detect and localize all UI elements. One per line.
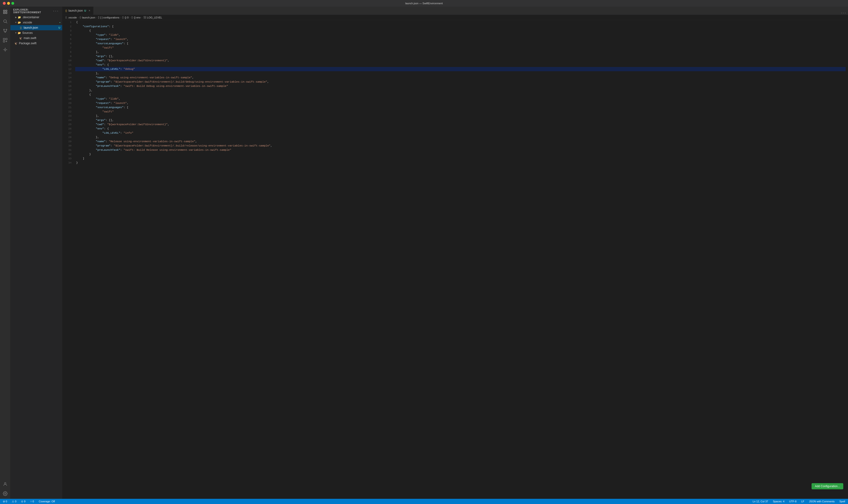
maximize-button[interactable] xyxy=(11,2,14,5)
svg-point-14 xyxy=(4,49,6,51)
code-line: "type": "lldb", xyxy=(75,33,846,37)
sidebar-item-label: launch.json xyxy=(24,26,58,29)
breadcrumb-vscode-icon: () xyxy=(65,16,67,19)
line-number: 19 xyxy=(62,97,74,101)
breadcrumb-env-icon: {} xyxy=(131,16,133,19)
activity-debug[interactable] xyxy=(1,46,10,54)
code-line: "LOG_LEVEL": "debug" xyxy=(75,67,846,71)
minimize-button[interactable] xyxy=(7,2,10,5)
status-position[interactable]: Ln 12, Col 37 xyxy=(752,500,769,503)
activity-account[interactable] xyxy=(1,480,10,488)
code-line: { xyxy=(75,29,846,33)
activity-search[interactable] xyxy=(1,17,10,25)
add-configuration-button[interactable]: Add Configuration... xyxy=(812,483,843,489)
line-number: 7 xyxy=(62,46,74,50)
line-number: 31 xyxy=(62,148,74,152)
activity-extensions[interactable] xyxy=(1,36,10,44)
status-errors[interactable]: ⊘ 0 xyxy=(2,500,8,503)
line-number: 4 xyxy=(62,33,74,37)
code-line: "program": "${workspaceFolder:SwiftEnvir… xyxy=(75,80,846,84)
window-controls[interactable] xyxy=(3,2,14,5)
status-language[interactable]: JSON with Comments xyxy=(808,500,835,503)
line-number: 14 xyxy=(62,75,74,80)
chevron-down-icon: ▼ xyxy=(14,31,18,35)
code-line: "env": { xyxy=(75,63,846,67)
svg-point-6 xyxy=(3,29,4,30)
breadcrumb-0-icon: {} xyxy=(122,16,124,19)
code-line: "env": { xyxy=(75,127,846,131)
status-encoding[interactable]: UTF-8 xyxy=(788,500,797,503)
code-line: "args": [], xyxy=(75,54,846,58)
sidebar-item-package-swift[interactable]: 🦅 Package.swift xyxy=(11,41,62,46)
code-content[interactable]: { "configurations": [ { "type": "lldb", … xyxy=(74,20,846,499)
breadcrumb-loglevel[interactable]: LOG_LEVEL xyxy=(147,16,162,19)
svg-point-4 xyxy=(3,20,6,22)
sidebar-title: EXPLORER: SWIFTENVIRONMENT xyxy=(13,8,52,14)
breadcrumb-env[interactable]: {} env xyxy=(134,16,141,19)
code-line: ], xyxy=(75,50,846,54)
line-number: 24 xyxy=(62,118,74,122)
sidebar-item-launch-json[interactable]: {} launch.json U xyxy=(11,25,62,30)
activity-settings[interactable] xyxy=(1,489,10,498)
file-tree: ▶ 📁 .devcontainer ▼ 📂 .vscode • {} launc… xyxy=(11,15,62,499)
json-file-icon: {} xyxy=(19,26,23,30)
editor-scrollbar[interactable] xyxy=(846,20,848,499)
sidebar-item-devcontainer[interactable]: ▶ 📁 .devcontainer xyxy=(11,15,62,20)
sidebar-actions[interactable]: ··· xyxy=(52,9,59,13)
sidebar-item-label: Package.swift xyxy=(19,42,62,45)
line-numbers: 1234567891011121314151617181920212223242… xyxy=(62,20,74,499)
line-number: 29 xyxy=(62,139,74,144)
svg-rect-11 xyxy=(3,38,5,40)
line-number: 28 xyxy=(62,135,74,139)
code-line: "request": "launch", xyxy=(75,37,846,41)
line-number: 26 xyxy=(62,127,74,131)
status-coverage[interactable]: Coverage: Off xyxy=(38,500,56,503)
sidebar-item-label: .vscode xyxy=(22,21,59,24)
code-line: } xyxy=(75,161,846,165)
tab-bar: {} launch.json U × ··· xyxy=(62,7,848,15)
status-spell[interactable]: Spell xyxy=(838,500,846,503)
line-number: 12 xyxy=(62,67,74,71)
folder-open-icon: 📂 xyxy=(18,31,21,35)
code-line: "configurations": [ xyxy=(75,24,846,29)
sidebar-item-label: main.swift xyxy=(24,36,62,40)
code-line: "LOG_LEVEL": "info" xyxy=(75,131,846,135)
sidebar-item-sources[interactable]: ▼ 📂 Sources xyxy=(11,30,62,36)
status-git[interactable]: ⑂ 0 xyxy=(29,500,35,503)
activity-bar xyxy=(0,7,11,499)
line-number: 11 xyxy=(62,63,74,67)
sidebar-item-main-swift[interactable]: 🦅 main.swift xyxy=(11,36,62,41)
breadcrumb-file[interactable]: launch.json xyxy=(82,16,95,19)
svg-point-19 xyxy=(4,483,6,484)
line-number: 3 xyxy=(62,29,74,33)
status-info[interactable]: ⊙ 9 xyxy=(20,500,26,503)
breadcrumb-vscode[interactable]: .vscode xyxy=(68,16,77,19)
status-warnings[interactable]: ⚠ 0 xyxy=(11,500,17,503)
breadcrumb-configurations[interactable]: [ ] configurations xyxy=(100,16,120,19)
code-line: { xyxy=(75,20,846,24)
breadcrumb-0[interactable]: {} 0 xyxy=(125,16,129,19)
line-number: 33 xyxy=(62,157,74,161)
status-eol[interactable]: LF xyxy=(800,500,805,503)
sidebar-more-button[interactable]: ··· xyxy=(52,9,59,13)
window-title: launch.json — SwiftEnvironment xyxy=(405,2,443,5)
status-spaces[interactable]: Spaces: 4 xyxy=(772,500,785,503)
line-number: 20 xyxy=(62,101,74,105)
close-button[interactable] xyxy=(3,2,6,5)
titlebar: launch.json — SwiftEnvironment xyxy=(0,0,848,7)
activity-source-control[interactable] xyxy=(1,26,10,35)
sidebar-item-vscode[interactable]: ▼ 📂 .vscode • xyxy=(11,20,62,25)
folder-open-icon: 📂 xyxy=(18,21,21,24)
code-line: "request": "launch", xyxy=(75,101,846,105)
line-number: 17 xyxy=(62,88,74,92)
tab-launch-json[interactable]: {} launch.json U × xyxy=(62,7,93,15)
activity-explorer[interactable] xyxy=(1,7,10,16)
tab-close-button[interactable]: × xyxy=(88,9,91,13)
tab-bar-more-button[interactable]: ··· xyxy=(839,11,848,15)
modified-badge: • xyxy=(59,21,60,24)
tab-modified-badge: U xyxy=(84,9,86,12)
tab-label: launch.json xyxy=(68,9,83,12)
code-line: "type": "lldb", xyxy=(75,97,846,101)
sidebar-header: EXPLORER: SWIFTENVIRONMENT ··· xyxy=(11,7,62,15)
svg-rect-3 xyxy=(5,12,7,14)
